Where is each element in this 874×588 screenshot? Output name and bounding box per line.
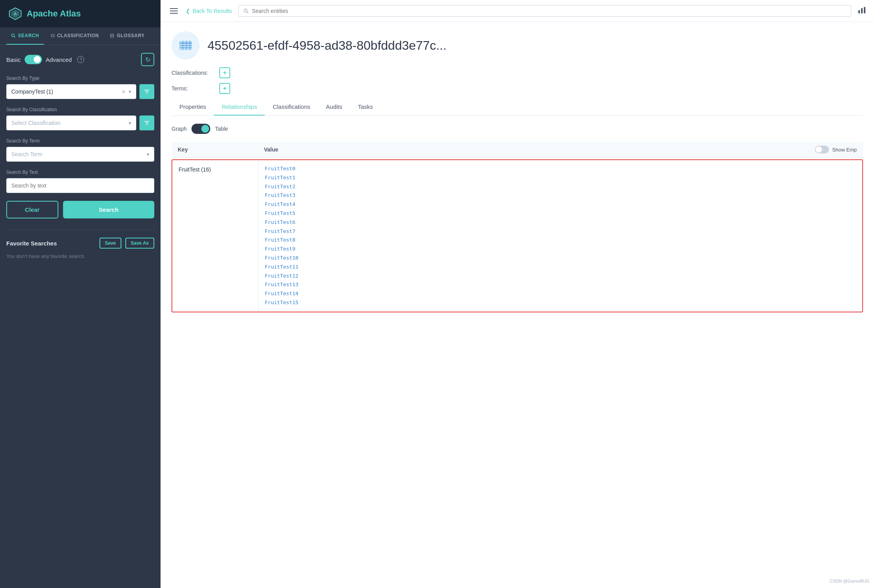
- fruit-test-14-link[interactable]: FruitTest14: [265, 290, 856, 298]
- sidebar-header: A Apache Atlas: [0, 0, 161, 27]
- fruit-test-8-link[interactable]: FruitTest8: [265, 236, 856, 244]
- classification-dropdown-arrow: ▾: [129, 121, 131, 126]
- sidebar-nav: SEARCH CLASSIFICATION GLOSSARY: [0, 27, 161, 45]
- svg-point-3: [12, 34, 14, 37]
- tab-tasks[interactable]: Tasks: [350, 99, 381, 115]
- sidebar-item-classification[interactable]: CLASSIFICATION: [45, 27, 104, 45]
- fruit-test-12-link[interactable]: FruitTest12: [265, 272, 856, 280]
- entity-search-bar[interactable]: [238, 5, 851, 17]
- help-icon[interactable]: ?: [77, 56, 84, 63]
- search-by-text-input[interactable]: [6, 178, 154, 193]
- search-nav-icon: [11, 33, 16, 38]
- clear-button[interactable]: Clear: [6, 201, 58, 218]
- svg-line-15: [247, 12, 249, 13]
- filter-icon: [144, 88, 150, 95]
- save-as-button[interactable]: Save As: [125, 238, 154, 249]
- fruit-test-1-link[interactable]: FruitTest1: [265, 174, 856, 182]
- fruit-test-5-link[interactable]: FruitTest5: [265, 209, 856, 218]
- watermark: CSDN @GuessBUG: [830, 579, 869, 583]
- sidebar-body: Basic Advanced ? ↻ Search By Type Compan…: [0, 45, 161, 588]
- main-content: ❮ Back To Results: [161, 0, 874, 588]
- search-by-type-value: CompanyTest (1): [11, 88, 53, 95]
- search-by-term-select[interactable]: Search Term ▾: [6, 147, 154, 162]
- entity-tabs-bar: Properties Relationships Classifications…: [172, 99, 863, 116]
- sidebar: A Apache Atlas SEARCH CLASSIFICATION: [0, 0, 161, 588]
- graph-table-toggle[interactable]: [191, 124, 210, 134]
- type-filter-button[interactable]: [139, 84, 154, 99]
- action-row: Clear Search: [6, 201, 154, 218]
- fruit-test-9-link[interactable]: FruitTest9: [265, 245, 856, 253]
- svg-rect-5: [110, 34, 114, 37]
- glossary-tab-label: GLOSSARY: [117, 33, 144, 38]
- entity-detail: 45502561-efdf-4958-ad38-80bfddd3e77c... …: [161, 22, 874, 588]
- table-view-label: Table: [215, 126, 228, 132]
- fruit-test-7-link[interactable]: FruitTest7: [265, 227, 856, 236]
- chart-icon: [858, 5, 866, 14]
- mode-toggle-row: Basic Advanced ? ↻: [6, 53, 154, 66]
- fruit-test-2-link[interactable]: FruitTest2: [265, 183, 856, 191]
- classification-tab-label: CLASSIFICATION: [57, 33, 99, 38]
- search-by-classification-label: Search By Classification: [6, 107, 154, 112]
- fruit-test-11-link[interactable]: FruitTest11: [265, 263, 856, 271]
- svg-text:A: A: [14, 11, 17, 16]
- back-to-results-link[interactable]: ❮ Back To Results: [186, 8, 232, 14]
- search-by-term-label: Search By Term: [6, 138, 154, 144]
- relationship-key-cell: FruitTest (16): [172, 160, 258, 312]
- svg-rect-18: [864, 7, 865, 13]
- search-button[interactable]: Search: [63, 201, 154, 218]
- favorites-empty-text: You don't have any favorite search.: [6, 253, 154, 259]
- svg-point-14: [244, 9, 247, 12]
- chart-button[interactable]: [858, 5, 866, 16]
- basic-advanced-toggle[interactable]: [25, 55, 42, 64]
- apache-atlas-logo-icon: A: [8, 6, 23, 21]
- fruit-test-3-link[interactable]: FruitTest3: [265, 191, 856, 200]
- fruit-test-10-link[interactable]: FruitTest10: [265, 254, 856, 262]
- tab-relationships[interactable]: Relationships: [214, 99, 265, 115]
- add-classification-button[interactable]: +: [219, 67, 230, 78]
- fruit-test-4-link[interactable]: FruitTest4: [265, 200, 856, 209]
- tab-properties[interactable]: Properties: [172, 99, 214, 115]
- app-title: Apache Atlas: [27, 9, 81, 19]
- add-term-button[interactable]: +: [219, 83, 230, 94]
- svg-line-4: [14, 36, 15, 38]
- terms-label: Terms:: [172, 85, 215, 92]
- advanced-mode-label: Advanced: [46, 56, 72, 63]
- hamburger-button[interactable]: [168, 7, 179, 15]
- refresh-button[interactable]: ↻: [141, 53, 154, 66]
- entity-type-icon: [178, 38, 193, 53]
- show-empty-label: Show Emp: [832, 147, 857, 153]
- table-header-row: Key Value Show Emp: [172, 142, 863, 158]
- show-empty-toggle[interactable]: [815, 146, 829, 153]
- svg-rect-17: [861, 8, 863, 13]
- relationship-value-cell: FruitTest0 FruitTest1 FruitTest2 FruitTe…: [258, 160, 862, 312]
- sidebar-item-search[interactable]: SEARCH: [6, 27, 44, 45]
- fruit-test-15-link[interactable]: FruitTest15: [265, 299, 856, 307]
- term-placeholder: Search Term: [11, 151, 42, 157]
- classification-filter-button[interactable]: [139, 115, 154, 130]
- search-by-classification-select[interactable]: Select Classification ▾: [6, 115, 136, 130]
- value-column-header: Value: [264, 146, 815, 153]
- favorites-header: Favorite Searches Save Save As: [6, 238, 154, 249]
- search-by-type-select[interactable]: CompanyTest (1) ✕ ▾: [6, 84, 136, 99]
- search-by-term-wrapper: Search Term ▾: [6, 147, 154, 162]
- search-bar-icon: [243, 8, 249, 14]
- classification-placeholder: Select Classification: [11, 120, 60, 126]
- tab-audits[interactable]: Audits: [318, 99, 350, 115]
- search-entities-input[interactable]: [252, 8, 846, 14]
- fruit-test-6-link[interactable]: FruitTest6: [265, 218, 856, 227]
- classification-filter-icon: [144, 120, 150, 126]
- fruit-test-0-link[interactable]: FruitTest0: [265, 165, 856, 173]
- entity-title: 45502561-efdf-4958-ad38-80bfddd3e77c...: [208, 38, 446, 53]
- type-dropdown-arrow: ▾: [129, 89, 131, 94]
- search-by-type-label: Search By Type: [6, 76, 154, 81]
- clear-type-icon[interactable]: ✕: [121, 89, 126, 95]
- search-by-type-wrapper: CompanyTest (1) ✕ ▾: [6, 84, 154, 99]
- sidebar-item-glossary[interactable]: GLOSSARY: [105, 27, 149, 45]
- tab-classifications[interactable]: Classifications: [265, 99, 318, 115]
- entity-icon: [172, 31, 200, 60]
- graph-view-label: Graph: [172, 126, 187, 132]
- classifications-label: Classifications:: [172, 70, 215, 76]
- fruit-test-13-link[interactable]: FruitTest13: [265, 281, 856, 289]
- save-button[interactable]: Save: [99, 238, 121, 249]
- relationship-highlighted-row: FruitTest (16) FruitTest0 FruitTest1 Fru…: [172, 159, 863, 312]
